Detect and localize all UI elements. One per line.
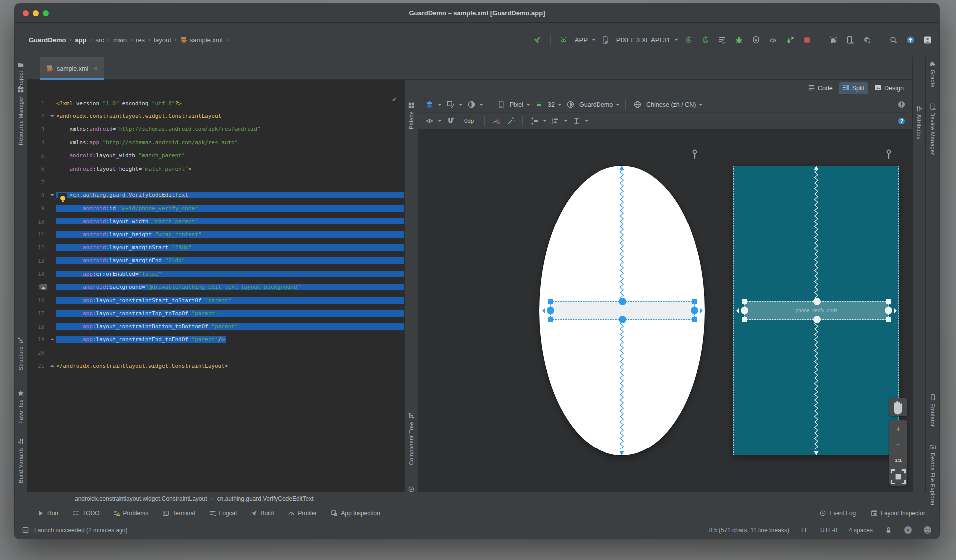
toolwindow-problems[interactable]: Problems: [113, 510, 148, 517]
tab-component-tree[interactable]: Component Tree: [405, 412, 418, 465]
target-device-icon[interactable]: [598, 34, 612, 46]
sidebar-item-build-variants[interactable]: Build Variants: [15, 438, 27, 483]
preview-phone-default[interactable]: [539, 166, 705, 455]
run-configuration-select[interactable]: APP: [574, 36, 589, 44]
mode-design[interactable]: Design: [871, 82, 907, 94]
code-text[interactable]: android:layout_height="match_parent">: [56, 166, 404, 172]
device-manager-button[interactable]: [843, 34, 857, 46]
breadcrumb-item-res[interactable]: res: [136, 36, 145, 44]
code-text[interactable]: android:layout_height="wrap_content": [56, 231, 404, 238]
sidebar-item-project[interactable]: Project: [15, 61, 27, 89]
render-config-wrench-icon[interactable]: [885, 149, 892, 160]
fold-marker-icon[interactable]: [50, 194, 54, 198]
file-encoding[interactable]: UTF-8: [820, 527, 837, 534]
code-text[interactable]: <androidx.constraintlayout.widget.Constr…: [56, 113, 404, 119]
apply-code-changes-button[interactable]: A: [698, 34, 712, 46]
breadcrumb-item-layout[interactable]: layout: [154, 36, 171, 44]
attach-debugger-button[interactable]: [783, 34, 797, 46]
code-text[interactable]: app:layout_constraintBottom_toBottomOf="…: [56, 323, 404, 330]
code-line[interactable]: 21</androidx.constraintlayout.widget.Con…: [27, 359, 404, 372]
code-line[interactable]: 15 android:background="@drawable/authing…: [27, 280, 404, 293]
resize-handle-tr[interactable]: [692, 299, 697, 304]
gradle-sync-button[interactable]: [826, 34, 840, 46]
xml-breadcrumb-item[interactable]: cn.authing.guard.VerifyCodeEditText: [217, 495, 314, 502]
build-button[interactable]: [530, 34, 544, 46]
sidebar-item-device-manager[interactable]: Device Manager: [926, 103, 939, 155]
mode-code[interactable]: Code: [804, 82, 836, 94]
code-text[interactable]: app:layout_constraintEnd_toEndOf="parent…: [56, 336, 404, 343]
tool-window-toggle-icon[interactable]: [22, 526, 29, 534]
resize-handle-br[interactable]: [692, 317, 697, 322]
code-text[interactable]: android:background="@drawable/authing_ed…: [56, 284, 404, 290]
resize-handle-tl[interactable]: [548, 299, 553, 304]
toolwindow-todo[interactable]: TODO: [72, 510, 99, 517]
code-text[interactable]: <cn.authing.guard.VerifyCodeEditText: [56, 192, 404, 198]
orientation-select[interactable]: [444, 99, 456, 111]
toolwindow-profiler[interactable]: Profiler: [288, 510, 317, 517]
toolwindow-event-log[interactable]: Event Log: [819, 510, 856, 517]
code-editor[interactable]: ✔ 1<?xml version="1.0" encoding="utf-8"?…: [27, 80, 404, 492]
sdk-manager-button[interactable]: [860, 34, 874, 46]
fold-marker-icon[interactable]: [50, 363, 54, 367]
code-line[interactable]: 11 android:layout_height="wrap_content": [27, 228, 404, 241]
resize-handle-tr[interactable]: [886, 299, 891, 304]
constraint-anchor-t[interactable]: [619, 298, 626, 305]
theme-select[interactable]: [564, 99, 576, 111]
toolwindow-app-inspection[interactable]: App Inspection: [331, 510, 380, 517]
code-text[interactable]: xmlns:app="http://schemas.android.com/ap…: [56, 139, 404, 146]
code-line[interactable]: 18 app:layout_constraintBottom_toBottomO…: [27, 320, 404, 333]
night-mode-select[interactable]: [465, 99, 477, 111]
search-everywhere-button[interactable]: [886, 34, 900, 46]
code-line[interactable]: 7: [27, 175, 404, 188]
tab-close-icon[interactable]: ×: [94, 65, 98, 72]
zoom-actual-size-button[interactable]: 1:1: [889, 452, 907, 468]
code-line[interactable]: 9 android:id="@+id/phone_verify_code": [27, 202, 404, 215]
verify-code-edit-text-widget[interactable]: [550, 301, 695, 320]
align-select[interactable]: [549, 115, 561, 127]
breadcrumb-item-main[interactable]: main: [113, 36, 127, 44]
breadcrumb-item-src[interactable]: src: [96, 36, 104, 44]
code-text[interactable]: android:layout_marginEnd="24dp": [56, 257, 404, 264]
resize-handle-br[interactable]: [886, 317, 891, 322]
caret-position[interactable]: 8:5 (571 chars, 11 line breaks): [709, 527, 789, 534]
code-line[interactable]: 16 app:layout_constraintStart_toStartOf=…: [27, 294, 404, 307]
tab-attributes[interactable]: Attributes: [913, 105, 925, 139]
zoom-out-button[interactable]: −: [889, 436, 907, 452]
locale-label[interactable]: Chinese (zh / CN): [646, 101, 696, 108]
notifications-icon[interactable]: [904, 526, 912, 534]
pan-tool-button[interactable]: [889, 398, 907, 416]
code-text[interactable]: android:id="@+id/phone_verify_code": [56, 205, 404, 212]
code-text[interactable]: </androidx.constraintlayout.widget.Const…: [56, 363, 404, 369]
api-level-label[interactable]: 32: [547, 101, 555, 108]
breadcrumb-item-sample-xml[interactable]: </>sample.xml: [180, 36, 223, 44]
sidebar-item-structure[interactable]: Structure: [15, 337, 27, 370]
code-line[interactable]: 20: [27, 346, 404, 359]
profile-avatar[interactable]: [920, 34, 934, 46]
code-line[interactable]: 17 app:layout_constraintTop_toTopOf="par…: [27, 307, 404, 320]
breadcrumb-item-app[interactable]: app: [75, 36, 86, 44]
design-surface[interactable]: phone_verify_code+−1:1: [418, 129, 912, 492]
constraint-anchor-b[interactable]: [813, 316, 821, 323]
code-text[interactable]: xmlns:android="http://schemas.android.co…: [56, 126, 404, 132]
sidebar-item-device-file-explorer[interactable]: Device File Explorer: [926, 444, 939, 506]
xml-breadcrumb-item[interactable]: androidx.constraintlayout.widget.Constra…: [75, 495, 207, 502]
sidebar-item-resource-manager[interactable]: Resource Manager: [15, 86, 27, 145]
code-text[interactable]: <?xml version="1.0" encoding="utf-8"?>: [56, 100, 404, 107]
view-options-button[interactable]: [423, 115, 435, 127]
code-line[interactable]: 4 xmlns:app="http://schemas.android.com/…: [27, 136, 404, 149]
autoconnect-toggle[interactable]: [444, 115, 456, 127]
theme-label[interactable]: GuardDemo: [579, 101, 613, 108]
resize-handle-bl[interactable]: [742, 317, 747, 322]
design-surface-select[interactable]: [423, 99, 435, 111]
toolwindow-layout-inspector[interactable]: Layout Inspector: [871, 510, 925, 517]
code-line[interactable]: 8 <cn.authing.guard.VerifyCodeEditText: [27, 189, 404, 202]
readonly-lock-icon[interactable]: [885, 526, 892, 534]
code-text[interactable]: android:layout_width="match_parent": [56, 152, 404, 159]
code-line[interactable]: 10 android:layout_width="match_parent": [27, 215, 404, 228]
code-line[interactable]: 6 android:layout_height="match_parent">: [27, 162, 404, 175]
fold-marker-icon[interactable]: [50, 336, 54, 340]
build-variants-sync-button[interactable]: [715, 34, 729, 46]
zoom-to-fit-button[interactable]: [889, 468, 907, 486]
code-line[interactable]: 1<?xml version="1.0" encoding="utf-8"?>: [27, 97, 404, 110]
code-text[interactable]: android:layout_marginStart="24dp": [56, 244, 404, 251]
